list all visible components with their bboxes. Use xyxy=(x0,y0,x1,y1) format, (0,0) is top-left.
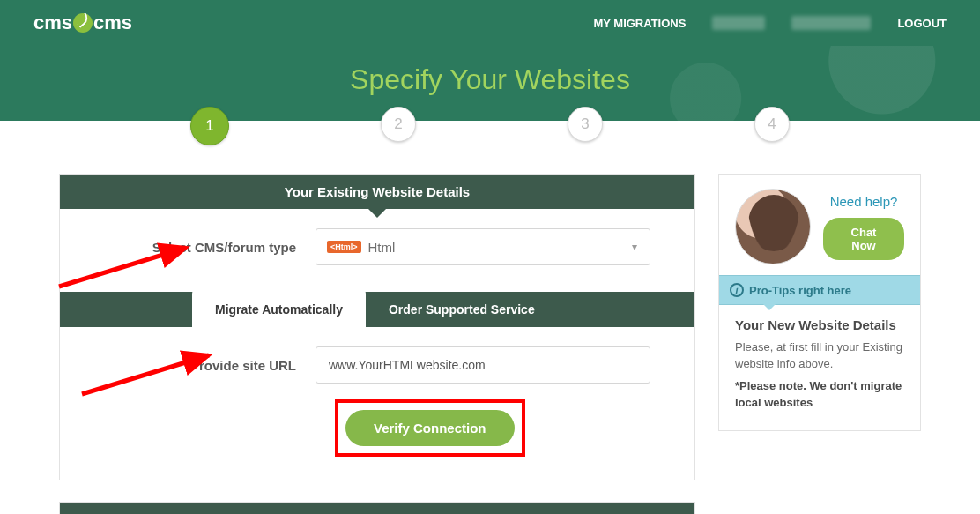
help-card: Need help? Chat Now i Pro-Tips right her… xyxy=(718,174,921,431)
side-column: Need help? Chat Now i Pro-Tips right her… xyxy=(718,174,921,431)
annotation-highlight: Verify Connection xyxy=(335,399,525,457)
side-heading: Your New Website Details xyxy=(735,317,904,332)
tab-order-supported-service[interactable]: Order Supported Service xyxy=(366,292,558,327)
pro-tips-banner: i Pro-Tips right here xyxy=(719,275,920,305)
cms-type-select[interactable]: <Html> Html ▾ xyxy=(316,228,650,265)
migration-tabs: Migrate Automatically Order Supported Se… xyxy=(60,292,694,327)
logo-text-right: cms xyxy=(93,11,132,34)
verify-connection-button[interactable]: Verify Connection xyxy=(345,410,515,446)
new-panel-header: Your New Website Details xyxy=(60,503,694,514)
top-nav: cms cms MY MIGRATIONS LOGOUT xyxy=(0,0,980,46)
step-4[interactable]: 4 xyxy=(754,107,790,142)
info-icon: i xyxy=(730,283,744,297)
support-avatar xyxy=(735,189,811,264)
step-1[interactable]: 1 xyxy=(190,107,229,145)
nav-user-blur-2 xyxy=(791,16,871,30)
logo-text-left: cms xyxy=(33,11,72,34)
nav-logout[interactable]: LOGOUT xyxy=(897,17,947,30)
nav-user-blur-1 xyxy=(712,16,765,30)
tab-migrate-automatically[interactable]: Migrate Automatically xyxy=(192,288,366,327)
side-instruction: Please, at first fill in your Existing w… xyxy=(735,339,904,373)
existing-website-panel: Your Existing Website Details Select CMS… xyxy=(59,174,695,480)
step-indicator: 1 2 3 4 xyxy=(0,107,980,145)
select-cms-label: Select CMS/forum type xyxy=(83,240,316,255)
hero: Specify Your Websites 1 2 3 4 xyxy=(0,46,980,121)
step-3[interactable]: 3 xyxy=(568,107,603,142)
logo[interactable]: cms cms xyxy=(33,11,132,34)
chevron-down-icon: ▾ xyxy=(632,241,637,253)
chat-now-button[interactable]: Chat Now xyxy=(823,218,904,260)
nav-my-migrations[interactable]: MY MIGRATIONS xyxy=(593,17,686,30)
existing-panel-header: Your Existing Website Details xyxy=(60,175,694,209)
page-title: Specify Your Websites xyxy=(0,63,980,96)
pro-tips-text: Pro-Tips right here xyxy=(749,284,851,297)
logo-icon xyxy=(73,13,93,33)
side-note: *Please note. We don't migrate local web… xyxy=(735,378,904,412)
site-url-input[interactable] xyxy=(316,346,650,384)
new-website-panel: Your New Website Details xyxy=(59,502,695,514)
main-column: Your Existing Website Details Select CMS… xyxy=(59,174,695,514)
cms-type-value: Html xyxy=(368,240,396,255)
step-2[interactable]: 2 xyxy=(381,107,416,142)
need-help-link[interactable]: Need help? xyxy=(830,194,898,209)
site-url-label: Provide site URL xyxy=(83,358,316,373)
html-badge-icon: <Html> xyxy=(327,241,361,253)
